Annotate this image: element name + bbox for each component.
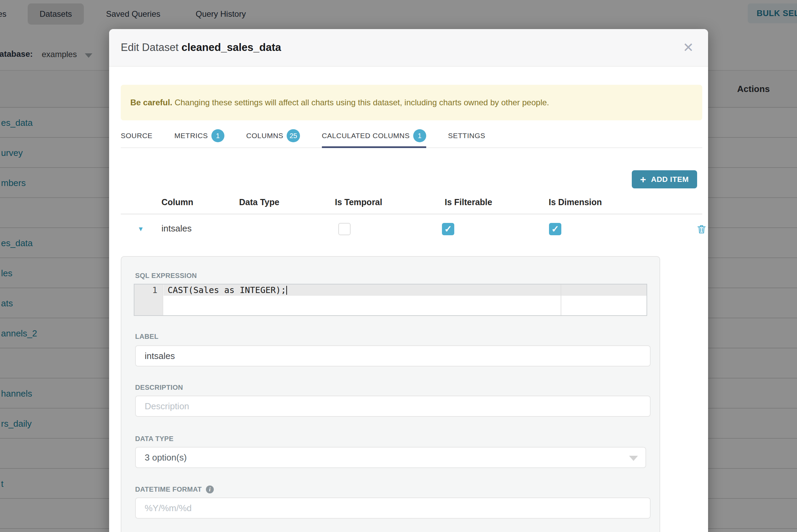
data-type-field-label: DATA TYPE [135,435,173,443]
tab-badge: 1 [413,129,426,142]
edit-dataset-modal: Edit Dataset cleaned_sales_data ✕ Be car… [109,29,708,532]
plus-icon: + [640,174,646,185]
tab-calculated-columns[interactable]: CALCULATED COLUMNS1 [322,124,426,147]
tab-badge: 25 [287,129,300,142]
warning-banner-bold: Be careful. [130,98,172,107]
datetime-format-label: DATETIME FORMAT [135,486,202,493]
tab-columns[interactable]: COLUMNS25 [246,124,300,147]
delete-icon[interactable] [696,224,707,236]
is-temporal-checkbox[interactable] [338,223,351,235]
is-dimension-checkbox[interactable]: ✓ [549,223,561,235]
modal-title-prefix: Edit Dataset [121,41,179,53]
warning-banner: Be careful. Changing these settings will… [121,85,702,120]
editor-print-margin [561,284,561,315]
is-filterable-checkbox[interactable]: ✓ [442,223,454,235]
column-name: intsales [161,223,192,234]
description-input[interactable] [135,396,651,417]
close-icon[interactable]: ✕ [683,40,694,55]
tab-source[interactable]: SOURCE [121,124,153,147]
label-field-label: LABEL [135,333,158,341]
add-item-label: ADD ITEM [651,175,689,184]
col-header-is-dimension: Is Dimension [549,197,602,207]
tab-metrics[interactable]: METRICS1 [174,124,224,147]
modal-title: Edit Dataset cleaned_sales_data [121,29,281,66]
datetime-format-input[interactable] [135,497,651,519]
column-detail-panel: SQL EXPRESSION 1 CAST(Sales as INTEGER);… [121,256,660,532]
col-header-column: Column [161,197,193,207]
warning-banner-text: Changing these settings will affect all … [172,98,549,107]
datetime-format-label-wrap: DATETIME FORMATi [135,486,214,493]
select-caret-icon [629,456,638,461]
modal-header: Edit Dataset cleaned_sales_data ✕ [109,29,708,67]
data-type-select[interactable]: 3 option(s) [135,447,646,468]
label-input[interactable] [135,345,651,367]
text-cursor [286,286,287,295]
sql-expression-label: SQL EXPRESSION [135,272,197,280]
data-type-value: 3 option(s) [145,452,187,463]
col-header-is-temporal: Is Temporal [335,197,382,207]
tab-settings[interactable]: SETTINGS [448,124,485,147]
modal-tabs: SOURCE METRICS1 COLUMNS25 CALCULATED COL… [121,120,702,148]
line-number: 1 [134,284,163,296]
tab-badge: 1 [211,129,224,142]
description-field-label: DESCRIPTION [135,384,183,391]
add-item-button[interactable]: + ADD ITEM [632,170,697,188]
collapse-caret-icon[interactable]: ▼ [138,225,144,233]
col-header-is-filterable: Is Filterable [445,197,492,207]
sql-code[interactable]: CAST(Sales as INTEGER); [168,284,287,296]
col-header-data-type: Data Type [239,197,279,207]
info-icon[interactable]: i [206,486,214,493]
editor-gutter: 1 [134,284,163,315]
calculated-column-row: ▼ intsales ✓ ✓ [121,214,702,244]
modal-title-dataset-name: cleaned_sales_data [182,41,281,53]
page: Databases Datasets Saved Queries Query H… [0,0,797,532]
columns-grid-header: Column Data Type Is Temporal Is Filterab… [121,193,702,214]
sql-editor[interactable]: 1 CAST(Sales as INTEGER); [134,284,647,316]
